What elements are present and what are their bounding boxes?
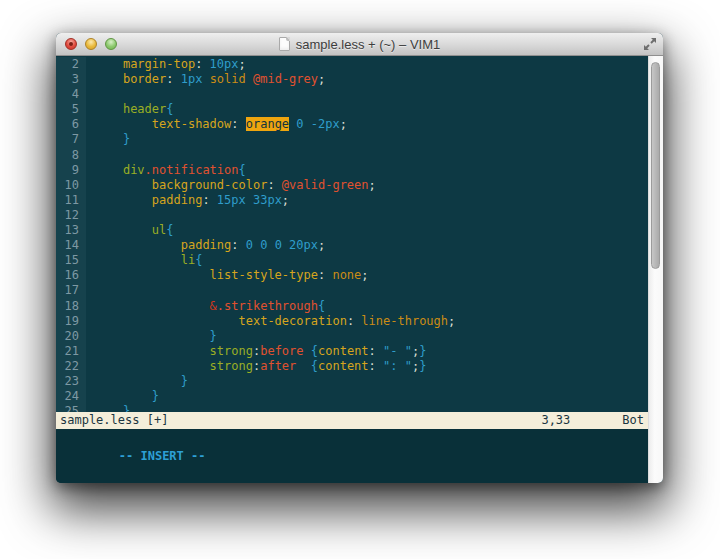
line-number: 4: [56, 87, 86, 102]
close-button[interactable]: [65, 38, 77, 50]
line-number: 3: [56, 72, 86, 87]
vim-window: sample.less + (~) – VIM1 2 margin-top: 1…: [56, 33, 663, 483]
line-number: 25: [56, 404, 86, 412]
code-text: }: [86, 389, 159, 404]
window-controls: [65, 38, 117, 50]
line-number: 2: [56, 57, 86, 72]
code-text: padding: 15px 33px;: [86, 193, 289, 208]
code-text: }: [86, 404, 130, 412]
code-text: li{: [86, 253, 202, 268]
code-line: 12: [56, 208, 648, 223]
line-number: 16: [56, 268, 86, 283]
line-number: 11: [56, 193, 86, 208]
code-text: margin-top: 10px;: [86, 57, 246, 72]
code-line: 13 ul{: [56, 223, 648, 238]
code-text: padding: 0 0 0 20px;: [86, 238, 325, 253]
code-line: 16 list-style-type: none;: [56, 268, 648, 283]
scrollbar-thumb[interactable]: [651, 62, 660, 269]
line-number: 24: [56, 389, 86, 404]
code-line: 25 }: [56, 404, 648, 412]
code-line: 8: [56, 148, 648, 163]
code-text: strong:before {content: "- ";}: [86, 344, 426, 359]
window-titlebar[interactable]: sample.less + (~) – VIM1: [56, 33, 663, 56]
code-text: text-decoration: line-through;: [86, 314, 455, 329]
code-text: strong:after {content: ": ";}: [86, 359, 426, 374]
code-line: 7 }: [56, 132, 648, 147]
code-line: 23 }: [56, 374, 648, 389]
code-text: text-shadow: orange 0 -2px;: [86, 117, 347, 132]
statusline-scroll: Bot: [622, 412, 644, 429]
line-number: 18: [56, 299, 86, 314]
code-text: border: 1px solid @mid-grey;: [86, 72, 325, 87]
code-line: 10 background-color: @valid-green;: [56, 178, 648, 193]
line-number: 22: [56, 359, 86, 374]
statusline-filename: sample.less [+]: [60, 412, 168, 429]
code-text: }: [86, 374, 188, 389]
code-text: header{: [86, 102, 174, 117]
code-text: list-style-type: none;: [86, 268, 369, 283]
vim-modeline: -- INSERT --: [56, 429, 648, 483]
editor-area[interactable]: 2 margin-top: 10px;3 border: 1px solid @…: [56, 56, 648, 412]
code-line: 9 div.notification{: [56, 163, 648, 178]
code-text: }: [86, 132, 130, 147]
code-line: 2 margin-top: 10px;: [56, 57, 648, 72]
statusline-spacer: [168, 412, 541, 429]
code-line: 18 &.strikethrough{: [56, 299, 648, 314]
code-line: 21 strong:before {content: "- ";}: [56, 344, 648, 359]
line-number: 9: [56, 163, 86, 178]
mode-indicator: -- INSERT --: [119, 449, 206, 463]
line-number: 19: [56, 314, 86, 329]
code-line: 17: [56, 283, 648, 298]
code-text: [86, 148, 94, 163]
zoom-button[interactable]: [105, 38, 117, 50]
code-text: [86, 283, 94, 298]
line-number: 14: [56, 238, 86, 253]
scrollbar[interactable]: [648, 56, 663, 483]
code-line: 24 }: [56, 389, 648, 404]
code-text: [86, 87, 94, 102]
line-number: 10: [56, 178, 86, 193]
code-text: }: [86, 329, 217, 344]
code-line: 20 }: [56, 329, 648, 344]
vim-statusline: sample.less [+] 3,33 Bot: [56, 412, 648, 429]
document-icon: [279, 37, 290, 51]
line-number: 23: [56, 374, 86, 389]
line-number: 8: [56, 148, 86, 163]
minimize-button[interactable]: [85, 38, 97, 50]
code-text: ul{: [86, 223, 173, 238]
line-number: 20: [56, 329, 86, 344]
line-number: 12: [56, 208, 86, 223]
code-line: 15 li{: [56, 253, 648, 268]
line-number: 6: [56, 117, 86, 132]
line-number: 5: [56, 102, 86, 117]
line-number: 7: [56, 132, 86, 147]
modified-dot-icon: [69, 42, 73, 46]
line-number: 17: [56, 283, 86, 298]
statusline-position: 3,33: [541, 412, 570, 429]
code-line: 6 text-shadow: orange 0 -2px;: [56, 117, 648, 132]
code-line: 14 padding: 0 0 0 20px;: [56, 238, 648, 253]
statusline-spacer: [570, 412, 622, 429]
code-line: 19 text-decoration: line-through;: [56, 314, 648, 329]
window-title: sample.less + (~) – VIM1: [296, 37, 441, 52]
code-line: 11 padding: 15px 33px;: [56, 193, 648, 208]
code-text: [86, 208, 94, 223]
code-line: 3 border: 1px solid @mid-grey;: [56, 72, 648, 87]
line-number: 13: [56, 223, 86, 238]
code-text: background-color: @valid-green;: [86, 178, 376, 193]
code-text: div.notification{: [86, 163, 246, 178]
code-line: 4: [56, 87, 648, 102]
code-line: 22 strong:after {content: ": ";}: [56, 359, 648, 374]
line-number: 15: [56, 253, 86, 268]
code-text: &.strikethrough{: [86, 299, 325, 314]
code-line: 5 header{: [56, 102, 648, 117]
line-number: 21: [56, 344, 86, 359]
fullscreen-icon[interactable]: [643, 37, 657, 51]
